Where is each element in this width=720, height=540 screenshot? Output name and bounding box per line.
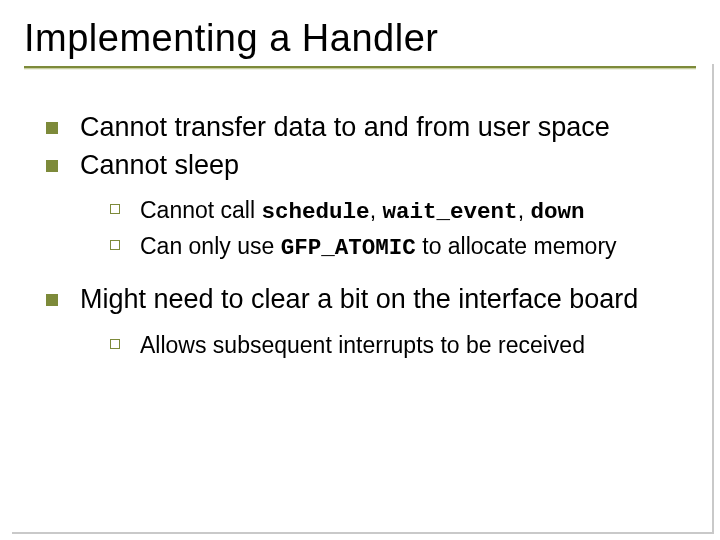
list-item-text: Might need to clear a bit on the interfa… <box>80 284 638 314</box>
square-bullet-icon <box>46 294 58 306</box>
sub-list: Allows subsequent interrupts to be recei… <box>80 331 686 361</box>
list-item: Cannot sleep Cannot call schedule, wait_… <box>46 149 686 263</box>
sub-list: Cannot call schedule, wait_event, down C… <box>80 196 686 263</box>
code-token: down <box>530 199 584 225</box>
hollow-square-bullet-icon <box>110 204 120 214</box>
title-underline <box>24 66 696 69</box>
list-item-text: Cannot transfer data to and from user sp… <box>80 112 610 142</box>
text-run: Cannot call <box>140 197 261 223</box>
text-run: , <box>518 197 531 223</box>
sub-item-text: Allows subsequent interrupts to be recei… <box>140 332 585 358</box>
hollow-square-bullet-icon <box>110 240 120 250</box>
hollow-square-bullet-icon <box>110 339 120 349</box>
square-bullet-icon <box>46 122 58 134</box>
text-run: Can only use <box>140 233 281 259</box>
sub-list-item: Can only use GFP_ATOMIC to allocate memo… <box>110 232 686 263</box>
square-bullet-icon <box>46 160 58 172</box>
bullet-list: Cannot transfer data to and from user sp… <box>46 111 686 361</box>
sub-list-item: Cannot call schedule, wait_event, down <box>110 196 686 227</box>
text-run: , <box>370 197 383 223</box>
sub-list-item: Allows subsequent interrupts to be recei… <box>110 331 686 361</box>
code-token: schedule <box>261 199 369 225</box>
slide-title: Implementing a Handler <box>24 18 696 60</box>
sub-item-text: Can only use GFP_ATOMIC to allocate memo… <box>140 233 617 259</box>
title-area: Implementing a Handler <box>24 18 696 77</box>
code-token: GFP_ATOMIC <box>281 235 416 261</box>
text-run: to allocate memory <box>416 233 617 259</box>
code-token: wait_event <box>382 199 517 225</box>
slide-body: Cannot transfer data to and from user sp… <box>24 77 696 361</box>
slide: Implementing a Handler Cannot transfer d… <box>0 0 720 540</box>
list-item-text: Cannot sleep <box>80 150 239 180</box>
list-item: Might need to clear a bit on the interfa… <box>46 283 686 361</box>
list-item: Cannot transfer data to and from user sp… <box>46 111 686 145</box>
sub-item-text: Cannot call schedule, wait_event, down <box>140 197 585 223</box>
